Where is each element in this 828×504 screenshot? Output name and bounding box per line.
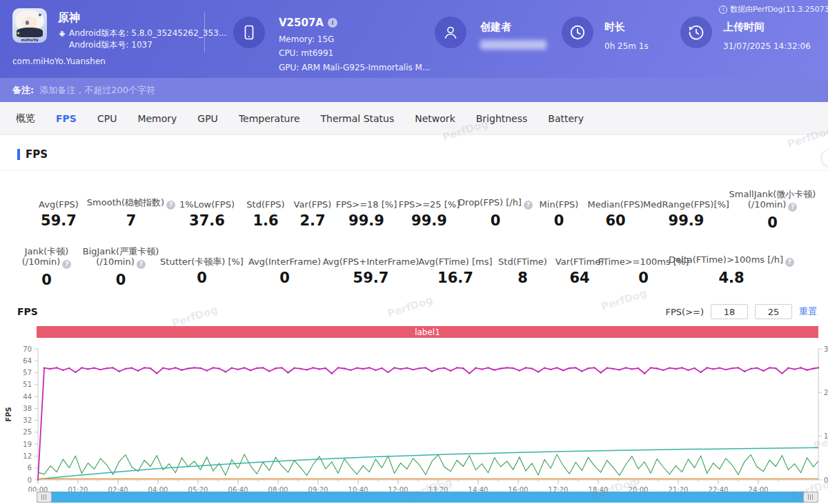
stat-value: 2.7 (299, 212, 325, 229)
stat-label: Delta(FTime)>100ms [/h]? (669, 246, 794, 267)
tab-temperature[interactable]: Temperature (228, 113, 310, 124)
svg-text:32: 32 (23, 416, 32, 424)
stat-label: Var(FPS) (294, 189, 332, 210)
stat-value: 59.7 (41, 212, 77, 229)
remark-placeholder: 添加备注，不超过200个字符 (39, 84, 155, 97)
stat-cell: Stutter(卡顿率) [%]0 (159, 246, 245, 286)
stat-cell: FPS>=18 [%]99.9 (335, 189, 397, 229)
stat-label: Smooth(稳帧指数)? (87, 189, 175, 210)
device-model: V2507A (279, 17, 324, 29)
stat-value: 0 (197, 270, 207, 286)
chart-label-bar: label1 (37, 326, 818, 338)
device-memory: Memory: 15G (279, 34, 334, 44)
stats-row-2: Jank(卡顿)(/10min)?0BigJank(严重卡顿)(/10min)?… (0, 246, 828, 288)
device-cpu: CPU: mt6991 (279, 48, 333, 58)
stat-label: FPS>=18 [%] (336, 189, 397, 210)
stat-label: Var(FTime) (555, 246, 604, 267)
stat-label: Std(FTime) (498, 246, 547, 267)
fps-threshold-input-1[interactable] (711, 304, 748, 319)
svg-text:0: 0 (28, 476, 32, 484)
svg-text:21:20: 21:20 (669, 486, 689, 492)
help-icon[interactable]: ? (62, 260, 71, 269)
stat-cell: Avg(FPS)59.7 (28, 189, 90, 229)
chart-title: FPS (17, 306, 38, 317)
stat-cell: 1%Low(FPS)37.6 (172, 189, 241, 229)
stat-value: 7 (126, 212, 137, 229)
fps-threshold-input-2[interactable] (755, 304, 792, 319)
app-icon-brand: miHoYo (12, 37, 47, 42)
stat-label: BigJank(严重卡顿)(/10min)? (83, 246, 159, 269)
scrollbar-left-handle[interactable] (37, 492, 52, 503)
stat-label: Avg(FPS) (39, 189, 79, 210)
stat-value: 0 (41, 272, 52, 288)
chart-range-scrollbar[interactable] (37, 492, 818, 503)
tab-battery[interactable]: Battery (538, 113, 594, 124)
help-icon[interactable]: ? (785, 258, 794, 267)
reset-link[interactable]: 重置 (799, 305, 817, 318)
svg-text:FPS: FPS (5, 407, 12, 421)
stat-cell: Avg(FPS+InterFrame)59.7 (324, 246, 417, 286)
clock-icon (569, 23, 586, 41)
svg-text:38: 38 (23, 405, 32, 412)
stat-cell: Std(FPS)1.6 (241, 189, 290, 229)
svg-text:2: 2 (824, 389, 828, 396)
tab-overview[interactable]: 概览 (6, 112, 46, 125)
stat-value: 37.6 (189, 212, 225, 229)
stat-cell: Median(FPS)60 (588, 189, 643, 229)
device-icon-circle (233, 17, 265, 48)
perfdog-report-page: ✦✦ miHoYo 原神 Android版本名: 5.8.0_35245262_… (0, 0, 828, 504)
stat-value: 64 (569, 270, 589, 286)
stat-cell: SmallJank(微小卡顿)(/10min)?0 (729, 189, 816, 231)
help-icon[interactable]: ? (137, 260, 146, 269)
svg-text:70: 70 (23, 345, 32, 353)
svg-text:19: 19 (23, 441, 32, 448)
stat-label: SmallJank(微小卡顿)(/10min)? (729, 189, 816, 212)
tab-brightness[interactable]: Brightness (466, 113, 538, 124)
svg-text:1: 1 (824, 432, 828, 440)
stat-label: FPS>=25 [%] (399, 189, 460, 210)
svg-text:6: 6 (28, 464, 32, 472)
stat-cell: Jank(卡顿)(/10min)?0 (10, 246, 83, 288)
svg-text:12:00: 12:00 (388, 486, 408, 492)
svg-text:24:00: 24:00 (749, 486, 769, 492)
tab-fps[interactable]: FPS (46, 113, 87, 124)
stat-cell: Min(FPS)0 (530, 189, 588, 229)
app-title: 原神 (58, 11, 80, 26)
stat-value: 99.9 (669, 212, 704, 229)
stat-value: 0 (491, 212, 501, 229)
svg-text:14:40: 14:40 (469, 486, 489, 492)
stat-label: Min(FPS) (540, 189, 579, 210)
svg-text:04:00: 04:00 (148, 486, 168, 492)
stat-cell: Avg(InterFrame)0 (245, 246, 324, 286)
tab-thermal-status[interactable]: Thermal Status (310, 113, 405, 124)
svg-text:25: 25 (23, 428, 32, 436)
svg-text:20:00: 20:00 (629, 486, 649, 492)
svg-text:13:20: 13:20 (428, 486, 448, 492)
svg-text:01:20: 01:20 (68, 486, 88, 492)
stat-cell: Avg(FTime) [ms]16.7 (417, 246, 493, 286)
svg-text:12: 12 (23, 452, 32, 460)
tab-memory[interactable]: Memory (127, 113, 187, 124)
creator-icon-circle (435, 17, 466, 48)
svg-text:0: 0 (824, 476, 828, 484)
android-version-name: Android版本名: 5.8.0_35245262_353... (69, 28, 226, 39)
stat-label: Drop(FPS) [/h]? (458, 189, 533, 210)
tab-network[interactable]: Network (404, 113, 465, 124)
stat-cell: Delta(FTime)>100ms [/h]?4.8 (680, 246, 783, 286)
series-fps-magenta (38, 367, 818, 480)
tab-gpu[interactable]: GPU (187, 113, 228, 124)
scrollbar-right-handle[interactable] (803, 492, 818, 503)
device-info-icon[interactable]: i (328, 18, 337, 28)
stat-value: 0 (116, 272, 126, 288)
duration-label: 时长 (604, 21, 625, 34)
stat-value: 99.9 (348, 212, 384, 229)
svg-text:57: 57 (23, 369, 32, 376)
section-accent-bar (17, 149, 20, 160)
help-icon[interactable]: ? (788, 203, 797, 212)
android-icon (58, 30, 66, 38)
svg-text:05:20: 05:20 (188, 486, 208, 492)
creator-label: 创建者 (480, 21, 511, 34)
stat-value: 0 (279, 270, 290, 286)
tab-cpu[interactable]: CPU (87, 113, 127, 124)
remark-input-bar[interactable]: 备注: 添加备注，不超过200个字符 (0, 78, 828, 102)
